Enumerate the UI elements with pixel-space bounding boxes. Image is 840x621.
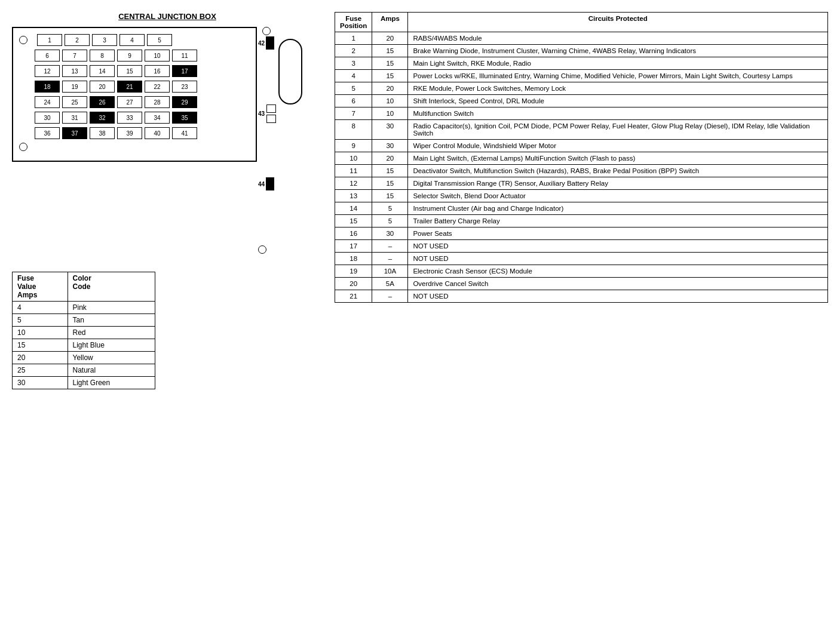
fuse-slot-21: 21 bbox=[117, 81, 142, 93]
fuse-slot-17: 17 bbox=[172, 65, 197, 77]
fuse-circuit-cell: Selector Switch, Blend Door Actuator bbox=[408, 190, 828, 202]
fuse-amps-cell: – bbox=[372, 290, 408, 303]
fuse-slot-30: 30 bbox=[35, 112, 60, 124]
fuse-slot-11: 11 bbox=[172, 50, 197, 62]
fuse-amps-cell: 20 bbox=[372, 32, 408, 45]
fuse-amps-cell: 15 bbox=[372, 57, 408, 70]
fuse-pos-cell: 15 bbox=[335, 215, 372, 228]
fuse-amps-cell: 15 bbox=[372, 165, 408, 177]
fuse-circuit-cell: RKE Module, Power Lock Switches, Memory … bbox=[408, 82, 828, 95]
color-name-cell: Yellow bbox=[68, 352, 155, 364]
fuse-table-row: 15 5 Trailer Battery Charge Relay bbox=[335, 215, 828, 228]
fuse-pos-cell: 17 bbox=[335, 240, 372, 253]
connector-43-label: 43 bbox=[258, 110, 265, 117]
fuse-table-row: 16 30 Power Seats bbox=[335, 228, 828, 240]
fuse-circuit-cell: Instrument Cluster (Air bag and Charge I… bbox=[408, 202, 828, 215]
color-table-row: 10 Red bbox=[13, 327, 155, 339]
color-table-row: 25 Natural bbox=[13, 364, 155, 377]
fuse-slot-4: 4 bbox=[119, 34, 145, 46]
fuse-row-3: 18 19 20 21 22 23 bbox=[19, 81, 250, 93]
fuse-pos-cell: 8 bbox=[335, 120, 372, 140]
fuse-table-row: 8 30 Radio Capacitor(s), Ignition Coil, … bbox=[335, 120, 828, 140]
circle-connector-bottom-left bbox=[19, 143, 27, 151]
fuse-amps-cell: 15 bbox=[372, 45, 408, 57]
fuse-slot-16: 16 bbox=[145, 65, 170, 77]
fuse-table-row: 11 15 Deactivator Switch, Multifunction … bbox=[335, 165, 828, 177]
fuse-reference-table: FusePosition Amps Circuits Protected 1 2… bbox=[335, 12, 828, 303]
circle-connector-top-left bbox=[19, 36, 27, 44]
fuse-pos-cell: 20 bbox=[335, 278, 372, 290]
color-name-cell: Light Blue bbox=[68, 339, 155, 352]
fuse-table-row: 20 5A Overdrive Cancel Switch bbox=[335, 278, 828, 290]
fuse-pos-cell: 13 bbox=[335, 190, 372, 202]
fuse-amps-cell: 5 bbox=[372, 202, 408, 215]
fuse-pos-cell: 16 bbox=[335, 228, 372, 240]
fuse-amps-cell: 15 bbox=[372, 70, 408, 82]
fuse-amps-cell: 20 bbox=[372, 152, 408, 165]
left-panel: CENTRAL JUNCTION BOX 1 2 3 4 5 6 bbox=[12, 12, 323, 609]
fuse-slot-41: 41 bbox=[172, 127, 197, 139]
fuse-slot-6: 6 bbox=[35, 50, 60, 62]
fuse-slot-13: 13 bbox=[62, 65, 87, 77]
fuse-slot-8: 8 bbox=[90, 50, 115, 62]
color-amps-cell: 20 bbox=[13, 352, 68, 364]
fuse-slot-26: 26 bbox=[90, 96, 115, 108]
fuse-amps-cell: 10A bbox=[372, 265, 408, 278]
fuse-pos-cell: 21 bbox=[335, 290, 372, 303]
color-table-row: 4 Pink bbox=[13, 302, 155, 314]
circle-connector-right-top bbox=[262, 27, 271, 35]
fuse-row-6: 36 37 38 39 40 41 bbox=[19, 127, 250, 139]
color-name-cell: Tan bbox=[68, 314, 155, 327]
fuse-row-2: 12 13 14 15 16 17 bbox=[19, 65, 250, 77]
color-amps-cell: 25 bbox=[13, 364, 68, 377]
fuse-slot-1: 1 bbox=[37, 34, 62, 46]
fuse-slot-31: 31 bbox=[62, 112, 87, 124]
fuse-table-header-position: FusePosition bbox=[335, 13, 372, 32]
fuse-table-row: 5 20 RKE Module, Power Lock Switches, Me… bbox=[335, 82, 828, 95]
fuse-circuit-cell: NOT USED bbox=[408, 290, 828, 303]
color-table-row: 5 Tan bbox=[13, 314, 155, 327]
fuse-table-row: 1 20 RABS/4WABS Module bbox=[335, 32, 828, 45]
fuse-slot-19: 19 bbox=[62, 81, 87, 93]
connector-42-label: 42 bbox=[258, 40, 265, 47]
fuse-row-4: 24 25 26 27 28 29 bbox=[19, 96, 250, 108]
fuse-circuit-cell: Trailer Battery Charge Relay bbox=[408, 215, 828, 228]
color-name-cell: Pink bbox=[68, 302, 155, 314]
color-amps-cell: 15 bbox=[13, 339, 68, 352]
junction-box-wrapper: 1 2 3 4 5 6 7 8 9 10 11 bbox=[12, 27, 323, 254]
color-name-cell: Light Green bbox=[68, 377, 155, 389]
fuse-pos-cell: 18 bbox=[335, 253, 372, 265]
fuse-table-row: 12 15 Digital Transmission Range (TR) Se… bbox=[335, 177, 828, 190]
fuse-pos-cell: 19 bbox=[335, 265, 372, 278]
fuse-amps-cell: – bbox=[372, 253, 408, 265]
color-amps-cell: 4 bbox=[13, 302, 68, 314]
fuse-table-row: 6 10 Shift Interlock, Speed Control, DRL… bbox=[335, 95, 828, 107]
fuse-amps-cell: 30 bbox=[372, 120, 408, 140]
right-panel: FusePosition Amps Circuits Protected 1 2… bbox=[335, 12, 828, 609]
fuse-slot-36: 36 bbox=[35, 127, 60, 139]
fuse-amps-cell: 15 bbox=[372, 190, 408, 202]
fuse-slot-24: 24 bbox=[35, 96, 60, 108]
fuse-table-row: 14 5 Instrument Cluster (Air bag and Cha… bbox=[335, 202, 828, 215]
fuse-table-row: 19 10A Electronic Crash Sensor (ECS) Mod… bbox=[335, 265, 828, 278]
fuse-slot-37: 37 bbox=[62, 127, 87, 139]
fuse-row-0: 1 2 3 4 5 bbox=[19, 34, 250, 46]
fuse-slot-12: 12 bbox=[35, 65, 60, 77]
fuse-amps-cell: 15 bbox=[372, 177, 408, 190]
fuse-slot-2: 2 bbox=[65, 34, 90, 46]
color-table-header-color: ColorCode bbox=[68, 272, 155, 302]
fuse-table-row: 3 15 Main Light Switch, RKE Module, Radi… bbox=[335, 57, 828, 70]
fuse-table-row: 10 20 Main Light Switch, (External Lamps… bbox=[335, 152, 828, 165]
fuse-pos-cell: 1 bbox=[335, 32, 372, 45]
fuse-slot-32: 32 bbox=[90, 112, 115, 124]
fuse-circuit-cell: NOT USED bbox=[408, 253, 828, 265]
fuse-amps-cell: 30 bbox=[372, 228, 408, 240]
fuse-pos-cell: 11 bbox=[335, 165, 372, 177]
fuse-amps-cell: 30 bbox=[372, 140, 408, 152]
fuse-pos-cell: 2 bbox=[335, 45, 372, 57]
large-round-connector bbox=[278, 39, 302, 104]
fuse-pos-cell: 12 bbox=[335, 177, 372, 190]
fuse-slot-7: 7 bbox=[62, 50, 87, 62]
fuse-circuit-cell: Radio Capacitor(s), Ignition Coil, PCM D… bbox=[408, 120, 828, 140]
fuse-slot-40: 40 bbox=[145, 127, 170, 139]
